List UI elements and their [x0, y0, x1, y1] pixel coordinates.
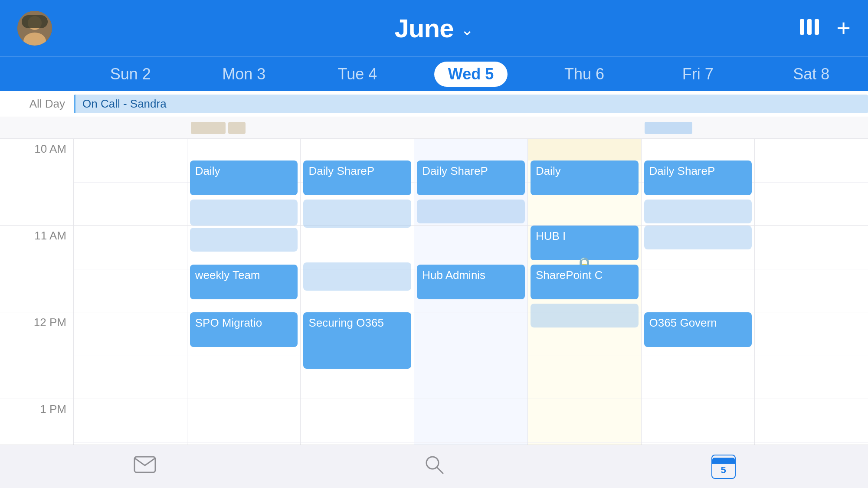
day-header-mon[interactable]: Mon 3 — [187, 65, 301, 83]
chevron-down-icon[interactable]: ⌄ — [461, 21, 474, 39]
event-blurred-tue-2[interactable] — [303, 262, 411, 291]
svg-line-9 — [437, 467, 443, 473]
svg-rect-6 — [815, 19, 819, 35]
day-header-thu[interactable]: Thu 6 — [527, 65, 641, 83]
event-blurred-mon-1[interactable] — [190, 200, 298, 226]
svg-rect-5 — [807, 19, 812, 35]
mail-icon — [134, 456, 156, 478]
day-col-wed: Daily ShareP Hub Adminis — [414, 139, 528, 453]
event-blurred-mon-2[interactable] — [190, 228, 298, 252]
event-daily-sharep-tue[interactable]: Daily ShareP — [303, 160, 411, 195]
event-weekly-team[interactable]: weekly Team — [190, 265, 298, 299]
event-spo-migration[interactable]: SPO Migratio — [190, 312, 298, 347]
blur-seg-mon — [187, 117, 301, 138]
blur-seg-tue — [301, 117, 414, 138]
day-headers: Sun 2 Mon 3 Tue 4 Wed 5 Thu 6 Fri 7 Sat … — [0, 56, 868, 91]
day-col-sun — [74, 139, 187, 453]
time-slot-12pm: 12 PM — [0, 312, 73, 399]
add-event-icon[interactable]: + — [836, 16, 851, 40]
event-blurred-wed-1[interactable] — [417, 200, 525, 223]
event-blurred-fri-2[interactable] — [644, 226, 752, 249]
tab-mail[interactable] — [119, 449, 171, 484]
svg-rect-4 — [800, 19, 804, 35]
event-o365-govern[interactable]: O365 Govern — [644, 312, 752, 347]
allday-content: On Call - Sandra — [74, 91, 868, 117]
day-header-fri[interactable]: Fri 7 — [641, 65, 755, 83]
day-header-sat[interactable]: Sat 8 — [754, 65, 868, 83]
day-col-sat — [755, 139, 868, 453]
day-col-tue: Daily ShareP Securing O365 — [301, 139, 414, 453]
blur-seg-sat — [754, 117, 868, 138]
blur-seg-thu — [527, 117, 641, 138]
event-daily-thu[interactable]: Daily — [531, 160, 639, 195]
time-column: 10 AM 11 AM 12 PM 1 PM 2 PM — [0, 139, 74, 453]
blur-seg-wed — [414, 117, 528, 138]
svg-rect-3 — [22, 15, 48, 28]
blur-seg-fri — [641, 117, 755, 138]
day-header-wed[interactable]: Wed 5 — [414, 62, 528, 87]
day-header-sun[interactable]: Sun 2 — [74, 65, 187, 83]
allday-label: All Day — [0, 97, 74, 111]
calendar-icon: 5 — [711, 455, 736, 479]
event-daily-sharep-wed[interactable]: Daily ShareP — [417, 160, 525, 195]
event-hub-i[interactable]: HUB I — [531, 226, 639, 260]
tab-calendar[interactable]: 5 — [698, 449, 750, 484]
allday-row: All Day On Call - Sandra — [0, 91, 868, 117]
event-blurred-tue-1[interactable] — [303, 200, 411, 228]
day-col-fri: Daily ShareP O365 Govern — [642, 139, 755, 453]
tab-bar: 5 — [0, 445, 868, 488]
event-sharepoint-c[interactable]: SharePoint C — [531, 265, 639, 299]
time-slot-10am: 10 AM — [0, 139, 73, 226]
header-title[interactable]: June ⌄ — [394, 13, 473, 43]
tab-search[interactable] — [408, 449, 460, 484]
day-header-tue[interactable]: Tue 4 — [301, 65, 414, 83]
search-icon — [425, 455, 444, 478]
view-toggle-icon[interactable] — [798, 17, 821, 39]
allday-event[interactable]: On Call - Sandra — [74, 95, 868, 113]
svg-rect-7 — [134, 457, 155, 472]
blur-row — [0, 117, 868, 139]
time-slot-11am: 11 AM — [0, 226, 73, 312]
avatar[interactable] — [17, 11, 52, 46]
header-actions: + — [798, 16, 851, 40]
event-blurred-fri-1[interactable] — [644, 200, 752, 223]
event-daily-mon[interactable]: Daily — [190, 160, 298, 195]
event-daily-sharep-fri[interactable]: Daily ShareP — [644, 160, 752, 195]
day-col-thu: Daily HUB I 🔒 SharePoint C — [528, 139, 642, 453]
event-securing-o365[interactable]: Securing O365 — [303, 312, 411, 369]
event-hub-adminis[interactable]: Hub Adminis — [417, 265, 525, 299]
calendar-grid: 10 AM 11 AM 12 PM 1 PM 2 PM — [0, 139, 868, 453]
event-blurred-thu-1[interactable] — [531, 304, 639, 328]
day-col-mon: Daily weekly Team SPO Migratio — [187, 139, 301, 453]
days-grid: Daily weekly Team SPO Migratio Daily Sha… — [74, 139, 868, 453]
header: June ⌄ + — [0, 0, 868, 56]
month-label: June — [394, 13, 453, 43]
blur-seg-sun — [74, 117, 187, 138]
